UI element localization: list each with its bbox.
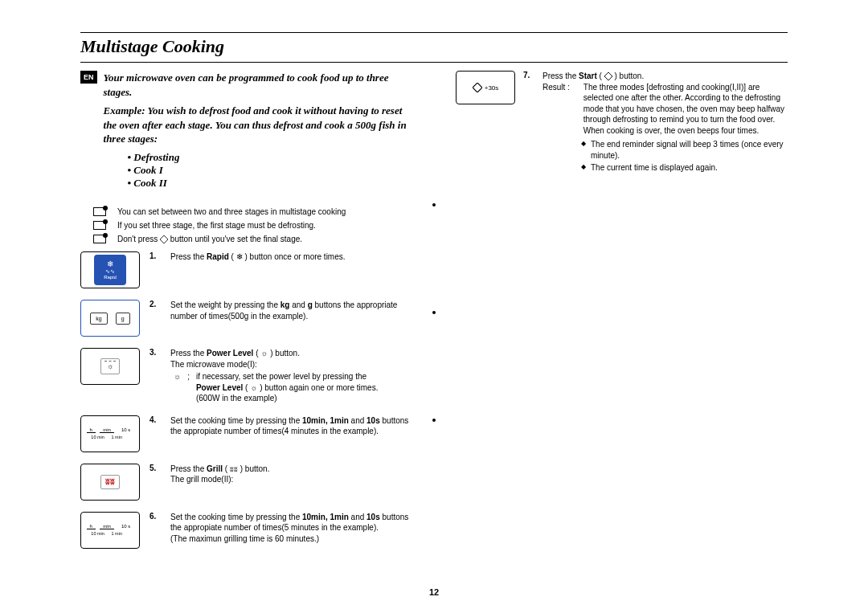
step-4: h min 10 s 10 min 1 min 4. Set the cooki… bbox=[80, 415, 412, 452]
t: Press the bbox=[170, 349, 207, 358]
note-icon bbox=[93, 235, 106, 243]
time-10min-label: 10 min bbox=[91, 531, 104, 536]
step-6: h min 10 s 10 min 1 min 6. Set the cooki… bbox=[80, 512, 412, 549]
figure-kg-g-buttons: kg g bbox=[80, 300, 140, 337]
note-icon bbox=[93, 207, 106, 216]
power-glyph-icon: ☼ bbox=[250, 383, 257, 392]
rapid-label: Rapid bbox=[104, 275, 117, 280]
wave-icon: ∿∿ bbox=[105, 268, 115, 275]
start-diamond-icon bbox=[160, 235, 168, 243]
t: The microwave mode(I): bbox=[170, 360, 257, 369]
stage-bullet-defrosting: Defrosting bbox=[128, 151, 412, 164]
step-7-text: Press the Start ( ) button. Result : The… bbox=[542, 71, 788, 175]
result-bullet-1: The end reminder signal will beep 3 time… bbox=[581, 139, 788, 161]
t-bold: 10s bbox=[366, 513, 380, 521]
sub-text: if necessary, set the power level by pre… bbox=[196, 371, 379, 404]
time-value-row: 10 min 1 min bbox=[84, 435, 136, 439]
note-3-text: Don't press button until you've set the … bbox=[117, 235, 302, 243]
t: and bbox=[289, 300, 307, 309]
result-label: Result : bbox=[542, 82, 581, 93]
step-1-text: Press the Rapid ( ❄ ) button once or mor… bbox=[170, 251, 346, 288]
column-divider bbox=[427, 71, 441, 560]
page-number: 12 bbox=[0, 587, 868, 597]
time-1min-label: 1 min bbox=[112, 435, 122, 439]
notes-list: You can set between two and three stages… bbox=[93, 207, 412, 243]
t-bold: 10s bbox=[366, 416, 380, 425]
figure-time-buttons-2: h min 10 s 10 min 1 min bbox=[80, 512, 140, 549]
step-3-text: Press the Power Level ( ☼ ) button. The … bbox=[170, 348, 378, 404]
time-min-label: min bbox=[100, 427, 114, 433]
t: Press the bbox=[170, 464, 207, 473]
result-bullet-list: The end reminder signal will beep 3 time… bbox=[581, 139, 788, 174]
step-2-number: 2. bbox=[149, 300, 161, 337]
document-page: Multistage Cooking EN Your microwave ove… bbox=[0, 0, 868, 613]
g-button-graphic: g bbox=[116, 313, 130, 325]
result-text: The three modes [defrosting and cooking(… bbox=[583, 82, 787, 137]
note-2: If you set three stage, the first stage … bbox=[93, 221, 412, 230]
t: The current time is displayed again. bbox=[591, 162, 718, 174]
steps-list: ❄ ∿∿ Rapid 1. Press the Rapid ( ❄ ) butt… bbox=[80, 251, 412, 549]
top-rule bbox=[80, 32, 788, 33]
kg-g-group: kg g bbox=[90, 313, 129, 325]
intro-text-group: Your microwave oven can be programmed to… bbox=[104, 71, 412, 199]
time-10min-label: 10 min bbox=[91, 435, 104, 439]
step-1: ❄ ∿∿ Rapid 1. Press the Rapid ( ❄ ) butt… bbox=[80, 251, 412, 288]
figure-start-button: +30s bbox=[456, 71, 515, 104]
t-bold: Start bbox=[579, 72, 597, 80]
note-3-suffix: button until you've set the final stage. bbox=[170, 235, 302, 243]
note-2-text: If you set three stage, the first stage … bbox=[117, 221, 316, 230]
t-bold: Rapid bbox=[207, 252, 229, 261]
t: (600W in the example) bbox=[196, 394, 277, 403]
note-3-prefix: Don't press bbox=[117, 235, 160, 243]
time-min-label: min bbox=[100, 524, 114, 529]
time-10s-label: 10 s bbox=[118, 524, 133, 529]
t-bold: Power Level bbox=[207, 349, 253, 358]
t: The grill mode(II): bbox=[170, 475, 233, 484]
figure-time-buttons: h min 10 s 10 min 1 min bbox=[80, 415, 140, 452]
title-block: Multistage Cooking bbox=[80, 36, 788, 60]
snow-icon: ❄ bbox=[107, 260, 113, 268]
content-area: EN Your microwave oven can be programmed… bbox=[80, 71, 788, 560]
step-6-number: 6. bbox=[149, 512, 161, 549]
sep: ; bbox=[187, 371, 190, 404]
step-5: ʬʬ 5. Press the Grill ( ʬʬ ) button. The… bbox=[80, 464, 412, 501]
figure-power-level-button: ☼ bbox=[80, 348, 140, 385]
start-button-graphic: +30s bbox=[473, 83, 499, 92]
t-bold: 10min, 1min bbox=[302, 513, 349, 521]
t: and bbox=[349, 416, 366, 425]
intro-block: EN Your microwave oven can be programmed… bbox=[80, 71, 412, 199]
time-10s-label: 10 s bbox=[118, 427, 133, 433]
step-7: +30s 7. Press the Start ( ) button. Resu… bbox=[456, 71, 788, 175]
grill-glyph-icon: ʬʬ bbox=[230, 465, 238, 473]
start-diamond-icon bbox=[473, 83, 482, 92]
time-header-row: h min 10 s bbox=[84, 427, 136, 433]
start-diamond-icon bbox=[604, 72, 612, 80]
t-bold: kg bbox=[280, 300, 290, 309]
right-column: +30s 7. Press the Start ( ) button. Resu… bbox=[456, 71, 788, 560]
bottom-rule bbox=[80, 62, 788, 63]
t-bold: Power Level bbox=[196, 383, 243, 392]
grill-icon: ʬʬ bbox=[100, 475, 120, 489]
gutter-dot bbox=[432, 203, 436, 206]
kg-button-graphic: kg bbox=[90, 313, 107, 325]
t-bold: Grill bbox=[207, 464, 223, 473]
note-1-text: You can set between two and three stages… bbox=[117, 207, 346, 216]
power-glyph-icon: ☼ bbox=[260, 349, 268, 358]
stage-bullet-list: Defrosting Cook I Cook II bbox=[128, 151, 412, 190]
gutter-dot bbox=[432, 311, 436, 314]
t: Set the cooking time by pressing the bbox=[170, 416, 302, 425]
figure-grill-button: ʬʬ bbox=[80, 464, 140, 501]
time-header-row: h min 10 s bbox=[84, 524, 136, 529]
stage-bullet-cook-2: Cook II bbox=[128, 177, 412, 190]
language-badge: EN bbox=[80, 71, 97, 84]
note-icon bbox=[93, 221, 106, 230]
step-4-number: 4. bbox=[149, 415, 161, 452]
intro-paragraph: Your microwave oven can be programmed to… bbox=[104, 71, 412, 99]
step-4-text: Set the cooking time by pressing the 10m… bbox=[170, 415, 412, 452]
time-1min-label: 1 min bbox=[112, 531, 122, 536]
step-7-number: 7. bbox=[523, 71, 534, 175]
t: The end reminder signal will beep 3 time… bbox=[591, 139, 788, 161]
t-bold: 10min, 1min bbox=[302, 416, 349, 425]
note-1: You can set between two and three stages… bbox=[93, 207, 412, 216]
t: Set the cooking time by pressing the bbox=[170, 513, 302, 521]
